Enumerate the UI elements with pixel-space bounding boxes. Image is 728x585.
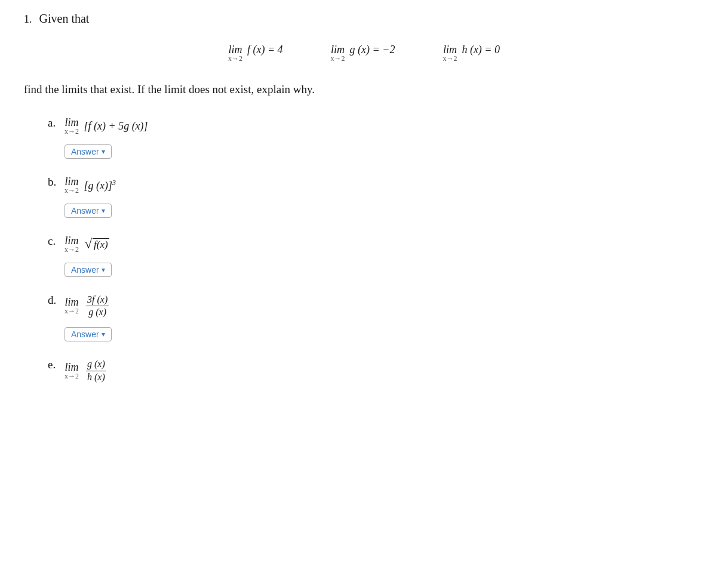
limits-row: lim x→2 f (x) = 4 lim x→2 g (x) = −2 lim… bbox=[24, 44, 704, 63]
part-e-fraction: g (x) h (x) bbox=[86, 358, 106, 384]
part-d-denominator: g (x) bbox=[87, 306, 107, 319]
part-a-math: lim x→2 [f (x) + 5g (x)] bbox=[64, 116, 148, 136]
part-a-answer-arrow: ▾ bbox=[102, 147, 105, 156]
part-b-expr: [g (x)]3 bbox=[81, 178, 116, 192]
part-d-answer-arrow: ▾ bbox=[102, 330, 105, 338]
lim-symbol-g: lim x→2 bbox=[331, 44, 345, 63]
part-e: e. lim x→2 g (x) h (x) bbox=[48, 358, 704, 384]
part-a-answer-button[interactable]: Answer ▾ bbox=[64, 144, 112, 159]
part-b-answer-button[interactable]: Answer ▾ bbox=[64, 204, 112, 218]
part-a-letter: a. bbox=[48, 116, 60, 130]
parts-container: a. lim x→2 [f (x) + 5g (x)] Answer ▾ b. … bbox=[48, 116, 704, 384]
part-b-letter: b. bbox=[48, 176, 60, 189]
sqrt-content: f(x) bbox=[93, 238, 109, 251]
part-b-answer-label: Answer bbox=[71, 206, 99, 215]
part-a-lim: lim x→2 bbox=[64, 116, 79, 136]
part-c-label: c. lim x→2 √ f(x) bbox=[48, 235, 704, 254]
part-d-answer-label: Answer bbox=[71, 330, 99, 339]
part-b-math: lim x→2 [g (x)]3 bbox=[64, 176, 116, 195]
part-d-numerator: 3f (x) bbox=[86, 294, 109, 307]
problem-number: 1. bbox=[24, 13, 32, 26]
part-b-answer-arrow: ▾ bbox=[102, 207, 105, 215]
limit-g-expr: g (x) = −2 bbox=[350, 44, 395, 56]
part-d-fraction: 3f (x) g (x) bbox=[86, 294, 109, 319]
part-d-answer-button[interactable]: Answer ▾ bbox=[64, 327, 112, 341]
part-c-answer-arrow: ▾ bbox=[102, 266, 105, 274]
part-e-denominator: h (x) bbox=[86, 371, 106, 384]
part-c-letter: c. bbox=[48, 235, 60, 248]
part-b-label: b. lim x→2 [g (x)]3 bbox=[48, 176, 704, 195]
part-d-letter: d. bbox=[48, 294, 60, 307]
sqrt-symbol: √ bbox=[85, 238, 92, 251]
part-e-math: lim x→2 g (x) h (x) bbox=[64, 358, 107, 384]
part-b: b. lim x→2 [g (x)]3 Answer ▾ bbox=[48, 176, 704, 218]
part-a: a. lim x→2 [f (x) + 5g (x)] Answer ▾ bbox=[48, 116, 704, 159]
lim-symbol-h: lim x→2 bbox=[443, 44, 457, 63]
lim-symbol-f: lim x→2 bbox=[228, 44, 242, 63]
part-c: c. lim x→2 √ f(x) Answer ▾ bbox=[48, 235, 704, 277]
part-d: d. lim x→2 3f (x) g (x) Answer ▾ bbox=[48, 294, 704, 342]
part-d-lim: lim x→2 bbox=[64, 296, 79, 316]
part-c-expr: √ f(x) bbox=[85, 238, 109, 251]
limit-f-expr: f (x) = 4 bbox=[247, 44, 283, 56]
part-b-lim: lim x→2 bbox=[64, 176, 79, 195]
part-d-label: d. lim x→2 3f (x) g (x) bbox=[48, 294, 704, 319]
part-c-math: lim x→2 √ f(x) bbox=[64, 235, 109, 254]
part-e-lim: lim x→2 bbox=[64, 361, 79, 381]
given-that-label: Given that bbox=[39, 12, 90, 26]
limit-g: lim x→2 g (x) = −2 bbox=[331, 44, 395, 63]
part-e-label: e. lim x→2 g (x) h (x) bbox=[48, 358, 704, 384]
part-a-answer-label: Answer bbox=[71, 147, 99, 156]
problem-header: 1. Given that bbox=[24, 12, 704, 26]
part-c-lim: lim x→2 bbox=[64, 235, 79, 254]
part-c-answer-button[interactable]: Answer ▾ bbox=[64, 263, 112, 277]
part-c-answer-label: Answer bbox=[71, 265, 99, 275]
limit-h-expr: h (x) = 0 bbox=[462, 44, 500, 56]
part-e-numerator: g (x) bbox=[86, 358, 106, 371]
part-a-expr: [f (x) + 5g (x)] bbox=[81, 120, 148, 133]
instruction-text: find the limits that exist. If the limit… bbox=[24, 81, 704, 98]
part-d-math: lim x→2 3f (x) g (x) bbox=[64, 294, 110, 319]
limit-f: lim x→2 f (x) = 4 bbox=[228, 44, 283, 63]
limit-h: lim x→2 h (x) = 0 bbox=[443, 44, 500, 63]
part-a-label: a. lim x→2 [f (x) + 5g (x)] bbox=[48, 116, 704, 136]
part-e-letter: e. bbox=[48, 358, 60, 371]
